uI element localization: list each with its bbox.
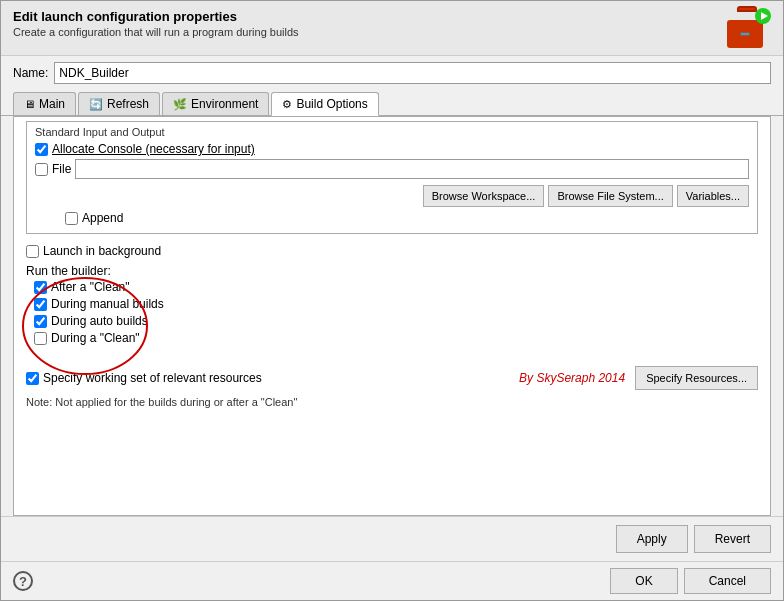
tab-environment[interactable]: 🌿 Environment: [162, 92, 269, 115]
tab-main[interactable]: 🖥 Main: [13, 92, 76, 115]
specify-resources-left: Specify working set of relevant resource…: [26, 371, 262, 385]
standard-io-label: Standard Input and Output: [35, 126, 749, 138]
main-tab-icon: 🖥: [24, 98, 35, 110]
watermark-text: By SkySeraph 2014: [519, 371, 625, 385]
specify-resources-button[interactable]: Specify Resources...: [635, 366, 758, 390]
browse-buttons-row: Browse Workspace... Browse File System..…: [35, 185, 749, 207]
toolbox-latch: [740, 32, 750, 36]
revert-button[interactable]: Revert: [694, 525, 771, 553]
header-text: Edit launch configuration properties Cre…: [13, 9, 299, 38]
toolbox-icon: [727, 12, 767, 46]
play-icon: [755, 8, 771, 24]
toolbox-body: [727, 20, 763, 48]
browse-file-system-button[interactable]: Browse File System...: [548, 185, 672, 207]
name-row: Name:: [1, 56, 783, 88]
after-clean-checkbox[interactable]: [34, 281, 47, 294]
during-auto-label: During auto builds: [51, 314, 148, 328]
launch-background-row: Launch in background: [26, 244, 758, 258]
footer-buttons: OK Cancel: [610, 568, 771, 594]
launch-background-checkbox[interactable]: [26, 245, 39, 258]
append-row: Append: [35, 211, 749, 225]
apply-revert-bar: Apply Revert: [1, 516, 783, 561]
launch-background-label: Launch in background: [43, 244, 161, 258]
browse-workspace-button[interactable]: Browse Workspace...: [423, 185, 545, 207]
tab-environment-label: Environment: [191, 97, 258, 111]
dialog-title: Edit launch configuration properties: [13, 9, 299, 24]
file-row: File: [35, 159, 749, 179]
help-icon[interactable]: ?: [13, 571, 33, 591]
header-icon-area: [723, 9, 771, 49]
file-label: File: [52, 162, 71, 176]
dialog-subtitle: Create a configuration that will run a p…: [13, 26, 299, 38]
ok-button[interactable]: OK: [610, 568, 677, 594]
tab-refresh[interactable]: 🔄 Refresh: [78, 92, 160, 115]
during-manual-row: During manual builds: [34, 297, 758, 311]
play-triangle: [761, 12, 768, 20]
during-auto-row: During auto builds: [34, 314, 758, 328]
toolbox-handle: [737, 6, 757, 12]
tab-refresh-label: Refresh: [107, 97, 149, 111]
dialog-header: Edit launch configuration properties Cre…: [1, 1, 783, 56]
variables-button[interactable]: Variables...: [677, 185, 749, 207]
cancel-button[interactable]: Cancel: [684, 568, 771, 594]
env-tab-icon: 🌿: [173, 98, 187, 111]
note-text: Note: Not applied for the builds during …: [26, 396, 758, 408]
append-checkbox[interactable]: [65, 212, 78, 225]
during-clean-checkbox[interactable]: [34, 332, 47, 345]
specify-resources-label: Specify working set of relevant resource…: [43, 371, 262, 385]
specify-resources-right: By SkySeraph 2014 Specify Resources...: [519, 366, 758, 390]
run-builder-section: Run the builder: After a "Clean" During …: [26, 264, 758, 345]
apply-button[interactable]: Apply: [616, 525, 688, 553]
file-path-input[interactable]: [75, 159, 749, 179]
refresh-tab-icon: 🔄: [89, 98, 103, 111]
tabs-container: 🖥 Main 🔄 Refresh 🌿 Environment ⚙ Build O…: [1, 88, 783, 116]
name-input[interactable]: [54, 62, 771, 84]
specify-resources-row: Specify working set of relevant resource…: [26, 366, 758, 390]
run-builder-label: Run the builder:: [26, 264, 758, 278]
during-clean-label: During a "Clean": [51, 331, 140, 345]
specify-resources-checkbox[interactable]: [26, 372, 39, 385]
dialog: Edit launch configuration properties Cre…: [0, 0, 784, 601]
footer-bar: ? OK Cancel: [1, 561, 783, 600]
spacer-1: [26, 348, 758, 358]
allocate-console-label: Allocate Console (necessary for input): [52, 142, 255, 156]
tab-build-options-label: Build Options: [296, 97, 367, 111]
allocate-console-row: Allocate Console (necessary for input): [35, 142, 749, 156]
during-auto-checkbox[interactable]: [34, 315, 47, 328]
file-checkbox[interactable]: [35, 163, 48, 176]
during-clean-row: During a "Clean": [34, 331, 758, 345]
content-area: Standard Input and Output Allocate Conso…: [13, 116, 771, 516]
after-clean-label: After a "Clean": [51, 280, 130, 294]
tab-build-options[interactable]: ⚙ Build Options: [271, 92, 378, 116]
after-clean-row: After a "Clean": [34, 280, 758, 294]
tab-main-label: Main: [39, 97, 65, 111]
during-manual-label: During manual builds: [51, 297, 164, 311]
standard-io-group: Standard Input and Output Allocate Conso…: [26, 121, 758, 234]
allocate-console-checkbox[interactable]: [35, 143, 48, 156]
build-tab-icon: ⚙: [282, 98, 292, 111]
append-label: Append: [82, 211, 123, 225]
name-label: Name:: [13, 66, 48, 80]
during-manual-checkbox[interactable]: [34, 298, 47, 311]
